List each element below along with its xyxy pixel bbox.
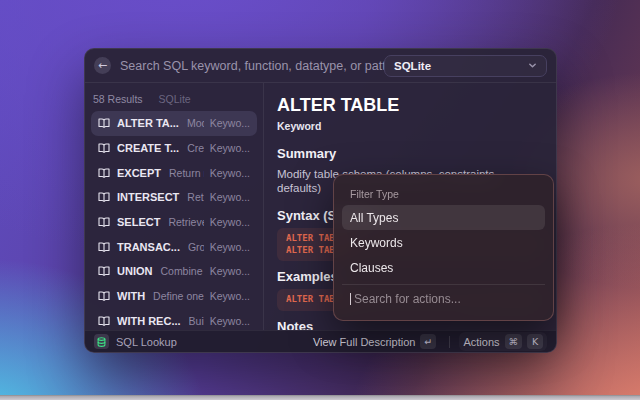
view-full-description-button[interactable]: View Full Description ↵: [309, 332, 441, 351]
results-scope: SQLite: [159, 93, 191, 105]
book-icon: [98, 216, 110, 228]
filter-options-list: All Types Keywords Clauses: [342, 205, 545, 280]
result-type-tag: Keywo...: [204, 241, 250, 253]
result-name: WITH REC...: [117, 315, 181, 327]
k-key-badge: K: [527, 334, 543, 349]
result-subtitle: Define one or m...: [153, 290, 204, 302]
results-list: ALTER TA... Modify ta... Keywo... CREATE…: [85, 111, 263, 330]
result-subtitle: Create a...: [187, 142, 204, 154]
result-item[interactable]: TRANSAC... Group st... Keywo...: [91, 234, 257, 259]
book-icon: [98, 241, 110, 253]
result-type-tag: Keywo...: [204, 265, 250, 277]
result-item[interactable]: WITH Define one or m... Keywo...: [91, 284, 257, 309]
search-bar: ← SQLite: [85, 49, 556, 83]
book-icon: [98, 167, 110, 179]
result-subtitle: Combine resul...: [160, 265, 203, 277]
command-key-badge: ⌘: [505, 334, 523, 349]
result-type-tag: Keywo...: [204, 315, 250, 327]
filter-option-label: All Types: [350, 211, 398, 225]
result-name: TRANSAC...: [117, 241, 180, 253]
footer-actions: View Full Description ↵ Actions ⌘ K: [309, 332, 547, 351]
filter-option-label: Keywords: [350, 236, 403, 250]
results-header: 58 Results SQLite: [93, 93, 255, 105]
engine-select-value: SQLite: [394, 60, 431, 72]
screen-edge-strip: [0, 395, 640, 400]
result-type-tag: Keywo...: [204, 117, 250, 129]
back-button[interactable]: ←: [94, 57, 111, 74]
summary-heading: Summary: [277, 146, 542, 162]
result-name: CREATE T...: [117, 142, 179, 154]
book-icon: [98, 191, 110, 203]
result-type-tag: Keywo...: [204, 167, 250, 179]
filter-type-header: Filter Type: [350, 188, 537, 200]
result-item[interactable]: EXCEPT Return rows f... Keywo...: [91, 160, 257, 185]
filter-option[interactable]: All Types: [342, 205, 545, 230]
result-item[interactable]: SELECT Retrieve colu... Keywo...: [91, 210, 257, 235]
filter-type-dropdown: Filter Type All Types Keywords Clauses S…: [333, 174, 554, 321]
text-caret: [350, 293, 351, 305]
back-arrow-icon: ←: [98, 57, 107, 74]
result-name: UNION: [117, 265, 152, 277]
result-type-tag: Keywo...: [204, 142, 250, 154]
actions-search-placeholder: Search for actions...: [354, 292, 461, 306]
results-count: 58 Results: [93, 93, 143, 105]
result-item[interactable]: INTERSECT Return ro... Keywo...: [91, 185, 257, 210]
view-full-description-label: View Full Description: [313, 336, 416, 348]
search-input[interactable]: [120, 59, 384, 73]
result-type-tag: Keywo...: [204, 216, 250, 228]
book-icon: [98, 117, 110, 129]
result-type-tag: Keywo...: [204, 290, 250, 302]
results-sidebar: 58 Results SQLite ALTER TA... Modify ta.…: [85, 83, 264, 330]
result-item[interactable]: ALTER TA... Modify ta... Keywo...: [91, 111, 257, 136]
app-name: SQL Lookup: [116, 336, 177, 348]
filter-option-label: Clauses: [350, 261, 393, 275]
book-icon: [98, 290, 110, 302]
book-icon: [98, 142, 110, 154]
filter-option[interactable]: Clauses: [342, 255, 545, 280]
book-icon: [98, 315, 110, 327]
result-subtitle: Return ro...: [187, 191, 203, 203]
result-name: SELECT: [117, 216, 160, 228]
result-subtitle: Return rows f...: [169, 167, 204, 179]
actions-button[interactable]: Actions ⌘ K: [459, 332, 547, 351]
entry-kind-badge: Keyword: [277, 120, 542, 133]
engine-select[interactable]: SQLite: [384, 55, 547, 77]
filter-option[interactable]: Keywords: [342, 230, 545, 255]
actions-label: Actions: [463, 336, 499, 348]
result-subtitle: Group st...: [188, 241, 204, 253]
result-subtitle: Modify ta...: [187, 117, 204, 129]
result-name: WITH: [117, 290, 145, 302]
entry-title: ALTER TABLE: [277, 94, 542, 116]
app-identity: SQL Lookup: [94, 334, 177, 349]
result-subtitle: Retrieve colu...: [168, 216, 203, 228]
footer-divider: [449, 336, 450, 348]
actions-search-input[interactable]: Search for actions...: [342, 285, 545, 312]
result-item[interactable]: WITH REC... Build rec... Keywo...: [91, 309, 257, 331]
chevron-down-icon: [528, 61, 537, 70]
result-item[interactable]: CREATE T... Create a... Keywo...: [91, 136, 257, 161]
result-name: INTERSECT: [117, 191, 179, 203]
result-item[interactable]: UNION Combine resul... Keywo...: [91, 259, 257, 284]
result-name: EXCEPT: [117, 167, 161, 179]
result-subtitle: Build rec...: [189, 315, 204, 327]
database-icon: [94, 334, 109, 349]
book-icon: [98, 265, 110, 277]
result-type-tag: Keywo...: [204, 191, 250, 203]
return-key-badge: ↵: [420, 334, 436, 349]
result-name: ALTER TA...: [117, 117, 179, 129]
status-bar: SQL Lookup View Full Description ↵ Actio…: [85, 330, 556, 352]
